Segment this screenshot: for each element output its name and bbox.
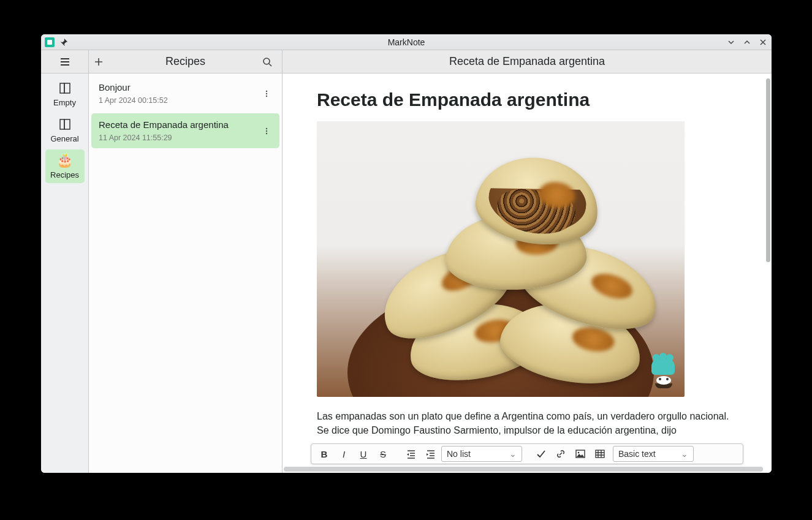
format-toolbar: B I U S No list ⌄	[311, 443, 743, 464]
category-recipes[interactable]: 🎂Recipes	[45, 149, 85, 183]
image-icon	[575, 449, 585, 459]
text-style-select[interactable]: Basic text ⌄	[613, 446, 694, 462]
window-title: MarkNote	[41, 37, 772, 47]
note-more-button[interactable]	[261, 89, 272, 98]
minimize-button[interactable]	[726, 37, 736, 47]
document-heading: Receta de Empanada argentina	[317, 89, 737, 110]
category-general[interactable]: General	[45, 113, 85, 147]
bold-button[interactable]: B	[315, 446, 333, 462]
notes-header: Recipes	[89, 50, 283, 73]
svg-point-11	[266, 132, 267, 134]
main-body: EmptyGeneral🎂Recipes Bonjour1 Apr 2024 0…	[41, 73, 772, 473]
chevron-down-icon: ⌄	[681, 449, 688, 459]
document-image	[317, 121, 685, 397]
svg-point-1	[264, 58, 270, 64]
indent-increase-button[interactable]	[422, 446, 440, 462]
document-paragraph: Las empanadas son un plato que define a …	[317, 409, 737, 437]
hamburger-button[interactable]	[41, 50, 89, 73]
document-header-label: Receta de Empanada argentina	[283, 55, 772, 68]
note-date: 11 Apr 2024 11:55:29	[99, 134, 256, 142]
svg-point-10	[266, 130, 267, 131]
app-icon	[45, 37, 55, 47]
checkmark-button[interactable]	[532, 446, 550, 462]
notebook-icon	[58, 81, 72, 96]
svg-point-9	[266, 127, 267, 129]
underline-button[interactable]: U	[354, 446, 373, 462]
svg-point-8	[266, 95, 267, 96]
toolbar: Recipes Receta de Empanada argentina	[41, 50, 772, 73]
app-window: MarkNote Recipes Receta de Empanada arge…	[41, 34, 772, 473]
indent-increase-icon	[426, 449, 436, 459]
list-style-select[interactable]: No list ⌄	[441, 446, 522, 462]
pin-icon[interactable]	[59, 38, 68, 47]
note-date: 1 Apr 2024 00:15:52	[99, 96, 256, 105]
svg-rect-4	[60, 119, 64, 129]
svg-rect-14	[596, 450, 604, 458]
strikethrough-button[interactable]: S	[374, 446, 392, 462]
category-label: Empty	[53, 98, 76, 107]
notebook-icon	[58, 117, 72, 132]
category-label: Recipes	[50, 170, 79, 179]
note-item[interactable]: Receta de Empanada argentina11 Apr 2024 …	[91, 113, 279, 148]
cake-icon: 🎂	[58, 153, 72, 168]
more-vertical-icon	[262, 127, 271, 135]
svg-point-13	[578, 452, 580, 454]
italic-button[interactable]: I	[335, 446, 353, 462]
svg-rect-0	[47, 40, 52, 45]
chef-watermark-icon	[651, 359, 676, 388]
maximize-button[interactable]	[742, 37, 752, 47]
category-rail: EmptyGeneral🎂Recipes	[41, 73, 89, 473]
hamburger-icon	[59, 56, 70, 67]
svg-rect-2	[60, 83, 64, 93]
category-label: General	[50, 134, 78, 143]
titlebar: MarkNote	[41, 34, 772, 50]
chevron-down-icon: ⌄	[509, 449, 517, 459]
text-style-label: Basic text	[618, 449, 656, 459]
plus-icon	[94, 57, 104, 67]
check-icon	[536, 449, 546, 459]
notes-list: Bonjour1 Apr 2024 00:15:52Receta de Empa…	[89, 73, 283, 473]
svg-rect-3	[64, 83, 70, 93]
notes-header-label: Recipes	[108, 55, 262, 68]
window-controls	[726, 37, 768, 47]
svg-rect-5	[64, 119, 70, 129]
note-title: Receta de Empanada argentina	[99, 119, 256, 130]
image-button[interactable]	[571, 446, 590, 462]
scrollbar-horizontal[interactable]	[284, 467, 763, 472]
close-button[interactable]	[758, 37, 768, 47]
list-style-label: No list	[447, 449, 471, 459]
link-icon	[556, 449, 566, 459]
table-button[interactable]	[591, 446, 609, 462]
svg-point-6	[266, 90, 267, 91]
note-item[interactable]: Bonjour1 Apr 2024 00:15:52	[91, 76, 279, 111]
search-button[interactable]	[262, 57, 277, 67]
add-note-button[interactable]	[94, 57, 108, 67]
more-vertical-icon	[262, 89, 271, 98]
editor-pane: Receta de Empanada argentina Las empanad…	[283, 73, 772, 473]
note-title: Bonjour	[99, 82, 256, 92]
editor-content[interactable]: Receta de Empanada argentina Las empanad…	[283, 73, 772, 473]
note-more-button[interactable]	[261, 127, 272, 135]
scrollbar-vertical[interactable]	[766, 78, 770, 262]
table-icon	[595, 449, 605, 459]
indent-decrease-icon	[406, 449, 416, 459]
category-empty[interactable]: Empty	[45, 77, 85, 111]
link-button[interactable]	[552, 446, 570, 462]
svg-point-7	[266, 92, 267, 94]
indent-decrease-button[interactable]	[402, 446, 420, 462]
search-icon	[262, 57, 272, 67]
